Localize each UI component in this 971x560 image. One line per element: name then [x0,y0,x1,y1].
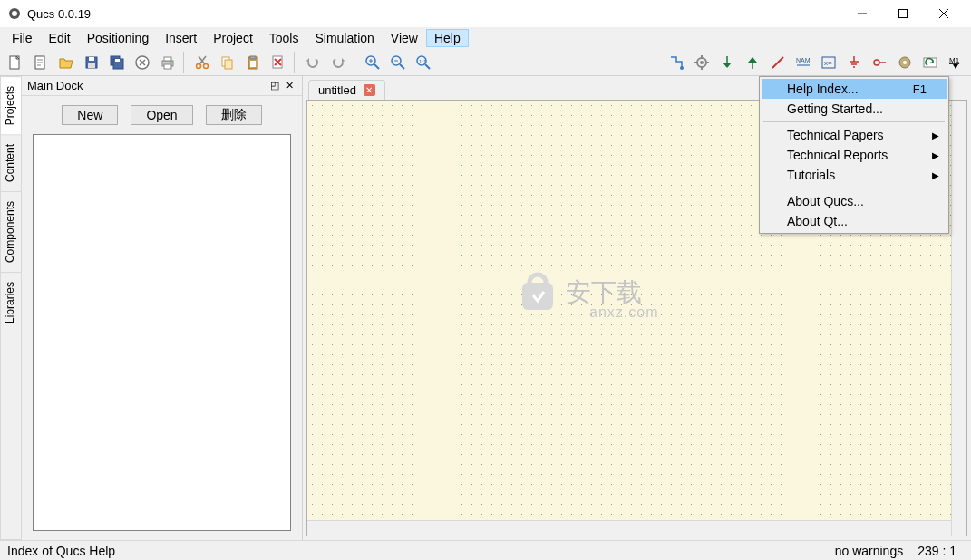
side-tab-libraries[interactable]: Libraries [1,273,21,333]
main-area: ProjectsContentComponentsLibraries Main … [0,76,971,540]
dock-body: New Open 删除 [22,96,302,540]
window-controls [841,0,964,27]
new-project-button[interactable]: New [62,105,118,125]
menu-help[interactable]: Help [426,29,469,47]
svg-line-27 [199,56,205,64]
maximize-button[interactable] [882,0,923,27]
help-menu-item[interactable]: Technical Papers▶ [762,125,947,145]
tab-close-icon[interactable]: ✕ [364,84,375,96]
undo-icon[interactable] [301,51,325,74]
zoom-fit-icon[interactable]: 1:1 [412,51,435,74]
window-title: Qucs 0.0.19 [27,7,841,21]
zoom-in-icon[interactable] [361,51,384,74]
dock-title: Main Dock [27,79,267,92]
delete-project-button[interactable]: 删除 [206,105,262,125]
menu-separator [763,188,945,188]
app-icon [7,6,22,21]
side-tab-content[interactable]: Content [1,135,21,192]
project-list[interactable] [33,134,291,531]
cut-icon[interactable] [190,51,214,74]
svg-line-55 [772,57,783,68]
dock-button-row: New Open 删除 [33,105,291,125]
help-menu-item[interactable]: Help Index...F1 [762,79,947,99]
new-file-icon[interactable] [4,51,27,74]
svg-text:1:1: 1:1 [419,59,427,64]
svg-point-46 [680,66,684,70]
ground-up-icon[interactable] [741,51,764,74]
side-tab-components[interactable]: Components [1,192,21,273]
gear-icon[interactable] [690,51,714,74]
help-menu-item[interactable]: About Qt... [762,211,947,231]
save-icon[interactable] [80,51,103,74]
svg-line-37 [374,64,379,69]
ground-down-icon[interactable] [715,51,739,74]
zoom-out-icon[interactable] [386,51,410,74]
dock-float-icon[interactable]: ◰ [267,79,282,93]
vertical-scrollbar[interactable] [951,101,966,536]
svg-rect-70 [522,283,553,310]
redo-icon[interactable] [326,51,350,74]
save-all-icon[interactable] [105,51,129,74]
new-text-icon[interactable] [29,51,53,74]
refresh-view-icon[interactable] [918,51,942,74]
svg-rect-32 [250,61,256,67]
side-tab-projects[interactable]: Projects [1,77,21,135]
toolbar-separator [354,52,357,73]
close-button[interactable] [923,0,964,27]
port-icon[interactable] [868,51,891,74]
help-menu-item[interactable]: Technical Reports▶ [762,145,947,165]
menubar: FileEditPositioningInsertProjectToolsSim… [0,27,971,49]
help-menu-item[interactable]: About Qucs... [762,191,947,211]
menu-insert[interactable]: Insert [157,29,205,47]
watermark-subtext: anxz.com [589,304,658,321]
document-tab[interactable]: untitled ✕ [308,80,385,100]
menu-tools[interactable]: Tools [261,29,307,47]
menu-positioning[interactable]: Positioning [79,29,158,47]
menu-project[interactable]: Project [205,29,261,47]
open-project-button[interactable]: Open [131,105,192,125]
ground-symbol-icon[interactable] [842,51,866,74]
simulate-icon[interactable] [665,51,688,74]
menu-view[interactable]: View [383,29,426,47]
marker-icon[interactable]: M1 [944,51,967,74]
tab-label: untitled [318,83,356,97]
svg-rect-31 [250,56,256,59]
toolbar-separator [183,52,187,73]
svg-point-48 [700,61,704,64]
menu-item-label: Getting Started... [787,101,883,116]
svg-point-64 [874,60,879,65]
status-warnings: no warnings [828,544,911,558]
print-icon[interactable] [156,51,180,74]
menu-simulation[interactable]: Simulation [306,29,382,47]
statusbar: Index of Qucs Help no warnings 239 : 1 [0,540,971,560]
toolbar: 1:1 NAME x= M1 [0,49,971,76]
wire-icon[interactable] [766,51,790,74]
name-label-icon[interactable]: NAME [791,51,815,74]
menu-edit[interactable]: Edit [41,29,79,47]
help-menu-item[interactable]: Tutorials▶ [762,165,947,185]
open-icon[interactable] [54,51,78,74]
document-area: untitled ✕ 安下载 anxz.com Help Index...F1G… [303,76,971,540]
minimize-button[interactable] [841,0,882,27]
submenu-arrow-icon: ▶ [932,130,939,140]
delete-icon[interactable] [267,51,290,74]
submenu-arrow-icon: ▶ [932,170,939,180]
paste-icon[interactable] [241,51,265,74]
help-menu-item[interactable]: Getting Started... [762,99,947,119]
close-file-icon[interactable] [131,51,154,74]
cog-icon[interactable] [893,51,917,74]
svg-rect-22 [164,64,171,69]
menu-file[interactable]: File [4,29,41,47]
titlebar: Qucs 0.0.19 [0,0,971,27]
menu-item-label: Technical Papers [787,128,884,142]
menu-item-label: About Qt... [787,214,848,228]
copy-icon[interactable] [216,51,239,74]
horizontal-scrollbar[interactable] [307,520,951,536]
dock-close-icon[interactable]: ✕ [282,79,296,93]
menu-shortcut: F1 [913,82,927,96]
menu-item-label: About Qucs... [787,194,864,208]
side-tabs: ProjectsContentComponentsLibraries [0,76,22,540]
svg-point-1 [12,11,17,16]
equation-icon[interactable]: x= [817,51,840,74]
menu-separator [763,121,945,122]
